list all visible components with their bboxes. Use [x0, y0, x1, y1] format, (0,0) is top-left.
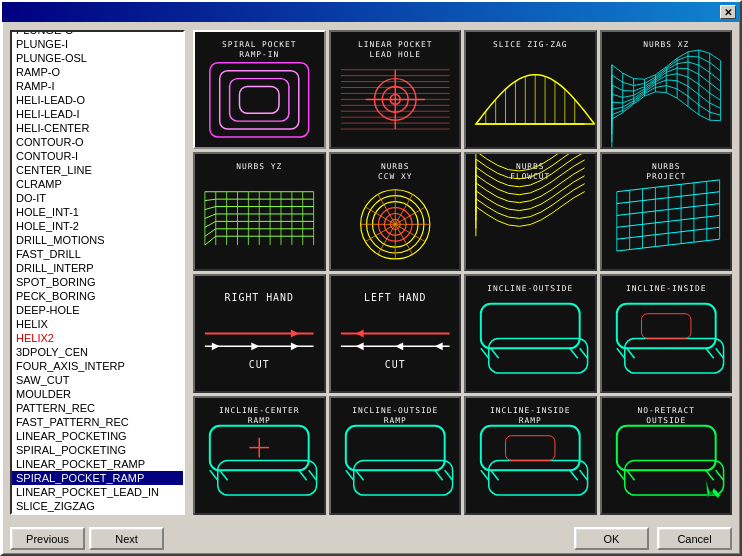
- list-item[interactable]: CLRAMP: [12, 177, 183, 191]
- grid-cell-incline-outside[interactable]: INCLINE-OUTSIDE: [464, 274, 597, 393]
- svg-text:INCLINE-INSIDE: INCLINE-INSIDE: [626, 284, 706, 293]
- grid-cell-linear-pocket-lead-hole[interactable]: LINEAR POCKETLEAD HOLE: [329, 30, 462, 149]
- svg-text:SLICE  ZIG-ZAG: SLICE ZIG-ZAG: [493, 40, 568, 49]
- cell-visual-incline-outside: INCLINE-OUTSIDE: [466, 276, 595, 391]
- bottom-bar: Previous Next OK Cancel: [2, 523, 740, 554]
- svg-text:RIGHT HAND: RIGHT HAND: [225, 292, 294, 303]
- list-item[interactable]: HELI-LEAD-I: [12, 107, 183, 121]
- svg-rect-116: [602, 279, 731, 388]
- svg-text:FLOWCUT: FLOWCUT: [510, 172, 550, 181]
- list-item[interactable]: FAST_PATTERN_REC: [12, 415, 183, 429]
- grid-cell-nurbs-yz[interactable]: NURBS YZ: [193, 152, 326, 271]
- svg-rect-26: [466, 35, 595, 144]
- list-item[interactable]: PLUNGE-I: [12, 37, 183, 51]
- grid-cell-slice-zig-zag[interactable]: SLICE ZIG-ZAG: [464, 30, 597, 149]
- list-item[interactable]: SLICE_ZIGZAG: [12, 499, 183, 513]
- svg-text:LEAD HOLE: LEAD HOLE: [369, 50, 421, 59]
- svg-text:INCLINE-OUTSIDE: INCLINE-OUTSIDE: [352, 406, 438, 415]
- list-item[interactable]: DEEP-HOLE: [12, 303, 183, 317]
- grid-cell-incline-outside-ramp[interactable]: INCLINE-OUTSIDERAMP: [329, 396, 462, 515]
- cell-visual-linear-pocket-lead-hole: LINEAR POCKETLEAD HOLE: [331, 32, 460, 147]
- list-item[interactable]: PLUNGE-O: [12, 30, 183, 37]
- svg-text:LINEAR POCKET: LINEAR POCKET: [357, 40, 432, 49]
- cancel-button[interactable]: Cancel: [657, 527, 732, 550]
- right-panel: SPIRAL POCKETRAMP-INLINEAR POCKETLEAD HO…: [193, 30, 732, 515]
- grid-cell-spiral-pocket-ramp-in[interactable]: SPIRAL POCKETRAMP-IN: [193, 30, 326, 149]
- list-item[interactable]: FAST_DRILL: [12, 247, 183, 261]
- list-item[interactable]: PECK_BORING: [12, 289, 183, 303]
- svg-text:RAMP: RAMP: [519, 416, 542, 425]
- svg-text:PROJECT: PROJECT: [646, 172, 686, 181]
- cell-visual-no-retract-outside: NO-RETRACTOUTSIDE: [602, 398, 731, 513]
- list-item[interactable]: PATTERN_REC: [12, 401, 183, 415]
- list-item[interactable]: RAMP-O: [12, 65, 183, 79]
- svg-text:CUT: CUT: [249, 359, 270, 370]
- operation-list[interactable]: PLUNGE-OPLUNGE-IPLUNGE-OSLRAMP-ORAMP-IHE…: [10, 30, 185, 515]
- close-button[interactable]: ✕: [720, 5, 736, 19]
- svg-text:INCLINE-INSIDE: INCLINE-INSIDE: [490, 406, 570, 415]
- cell-visual-nurbs-flowcut: NURBSFLOWCUT: [466, 154, 595, 269]
- cell-visual-right-hand-cut: RIGHT HANDCUT: [195, 276, 324, 391]
- ok-button[interactable]: OK: [574, 527, 649, 550]
- grid-cell-nurbs-xz[interactable]: NURBS XZ: [600, 30, 733, 149]
- list-item[interactable]: SAW_CUT: [12, 373, 183, 387]
- list-item[interactable]: CONTOUR-I: [12, 149, 183, 163]
- list-item[interactable]: DRILL_INTERP: [12, 261, 183, 275]
- grid-cell-nurbs-ccw-xy[interactable]: NURBSCCW XY: [329, 152, 462, 271]
- next-button[interactable]: Next: [89, 527, 164, 550]
- left-panel: PLUNGE-OPLUNGE-IPLUNGE-OSLRAMP-ORAMP-IHE…: [10, 30, 185, 515]
- grid-cell-nurbs-project[interactable]: NURBSPROJECT: [600, 152, 733, 271]
- list-item[interactable]: SPOT_BORING: [12, 275, 183, 289]
- list-item[interactable]: LINEAR_POCKET_LEAD_IN: [12, 485, 183, 499]
- list-item[interactable]: DO-IT: [12, 191, 183, 205]
- list-item[interactable]: HOLE_INT-2: [12, 219, 183, 233]
- grid-cell-incline-inside-ramp[interactable]: INCLINE-INSIDERAMP: [464, 396, 597, 515]
- nav-buttons: Previous Next: [10, 527, 164, 550]
- list-item[interactable]: PLUNGE-OSL: [12, 51, 183, 65]
- svg-text:LEFT HAND: LEFT HAND: [364, 292, 426, 303]
- grid-cell-incline-inside[interactable]: INCLINE-INSIDE: [600, 274, 733, 393]
- list-item[interactable]: FOUR_AXIS_INTERP: [12, 359, 183, 373]
- svg-rect-108: [466, 279, 595, 388]
- list-item[interactable]: LINEAR_POCKET_RAMP: [12, 457, 183, 471]
- previous-button[interactable]: Previous: [10, 527, 85, 550]
- cell-visual-incline-outside-ramp: INCLINE-OUTSIDERAMP: [331, 398, 460, 513]
- grid-cell-incline-center[interactable]: INCLINE-CENTERRAMP: [193, 396, 326, 515]
- list-item[interactable]: CONTOUR-O: [12, 135, 183, 149]
- main-dialog: ✕ PLUNGE-OPLUNGE-IPLUNGE-OSLRAMP-ORAMP-I…: [0, 0, 742, 556]
- cell-visual-slice-zig-zag: SLICE ZIG-ZAG: [466, 32, 595, 147]
- list-item[interactable]: HELI-CENTER: [12, 121, 183, 135]
- grid-cell-no-retract-outside[interactable]: NO-RETRACTOUTSIDE: [600, 396, 733, 515]
- svg-text:NURBS  YZ: NURBS YZ: [236, 162, 282, 171]
- svg-text:NURBS  XZ: NURBS XZ: [643, 40, 689, 49]
- svg-text:INCLINE-OUTSIDE: INCLINE-OUTSIDE: [487, 284, 573, 293]
- list-item[interactable]: DRILL_MOTIONS: [12, 233, 183, 247]
- cell-visual-spiral-pocket-ramp-in: SPIRAL POCKETRAMP-IN: [195, 32, 324, 147]
- svg-text:RAMP-IN: RAMP-IN: [239, 50, 279, 59]
- grid-cell-nurbs-flowcut[interactable]: NURBSFLOWCUT: [464, 152, 597, 271]
- list-item[interactable]: SPIRAL_POCKET_RAMP: [12, 471, 183, 485]
- list-item[interactable]: RAMP-I: [12, 79, 183, 93]
- content-area: PLUNGE-OPLUNGE-IPLUNGE-OSLRAMP-ORAMP-IHE…: [2, 22, 740, 523]
- cell-visual-left-hand-cut: LEFT HANDCUT: [331, 276, 460, 391]
- grid-cell-right-hand-cut[interactable]: RIGHT HANDCUT: [193, 274, 326, 393]
- list-item[interactable]: HELIX2: [12, 331, 183, 345]
- operation-grid: SPIRAL POCKETRAMP-INLINEAR POCKETLEAD HO…: [193, 30, 732, 515]
- svg-text:SPIRAL POCKET: SPIRAL POCKET: [222, 40, 297, 49]
- cell-visual-incline-inside: INCLINE-INSIDE: [602, 276, 731, 391]
- cell-visual-incline-inside-ramp: INCLINE-INSIDERAMP: [466, 398, 595, 513]
- list-item[interactable]: SPIRAL_POCKETING: [12, 443, 183, 457]
- list-item[interactable]: HELI-LEAD-O: [12, 93, 183, 107]
- svg-text:NURBS: NURBS: [651, 162, 680, 171]
- list-item[interactable]: 3DPOLY_CEN: [12, 345, 183, 359]
- title-bar: ✕: [2, 2, 740, 22]
- cell-visual-nurbs-xz: NURBS XZ: [602, 32, 731, 147]
- list-item[interactable]: HOLE_INT-1: [12, 205, 183, 219]
- svg-text:NO-RETRACT: NO-RETRACT: [637, 406, 694, 415]
- list-item[interactable]: HELIX: [12, 317, 183, 331]
- grid-cell-left-hand-cut[interactable]: LEFT HANDCUT: [329, 274, 462, 393]
- list-item[interactable]: LINEAR_POCKETING: [12, 429, 183, 443]
- svg-text:OUTSIDE: OUTSIDE: [646, 416, 686, 425]
- list-item[interactable]: MOULDER: [12, 387, 183, 401]
- list-item[interactable]: CENTER_LINE: [12, 163, 183, 177]
